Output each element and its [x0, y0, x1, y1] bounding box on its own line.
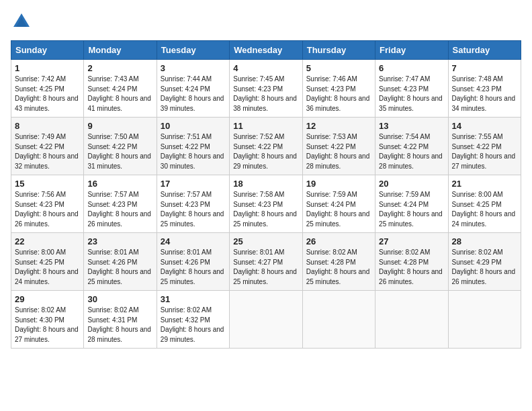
day-cell: 23Sunrise: 8:01 AMSunset: 4:26 PMDayligh… — [84, 233, 157, 291]
weekday-header-friday: Friday — [375, 41, 448, 60]
day-number: 9 — [87, 121, 152, 131]
weekday-header-sunday: Sunday — [11, 41, 84, 60]
weekday-header-saturday: Saturday — [448, 41, 521, 60]
day-number: 25 — [233, 236, 298, 246]
day-cell: 16Sunrise: 7:57 AMSunset: 4:23 PMDayligh… — [84, 175, 157, 233]
day-info: Sunrise: 8:01 AMSunset: 4:26 PMDaylight:… — [161, 248, 226, 287]
header — [11, 11, 521, 32]
day-cell: 22Sunrise: 8:00 AMSunset: 4:25 PMDayligh… — [11, 233, 84, 291]
day-number: 8 — [15, 121, 80, 131]
day-number: 15 — [15, 179, 80, 189]
day-cell: 15Sunrise: 7:56 AMSunset: 4:23 PMDayligh… — [11, 175, 84, 233]
day-info: Sunrise: 8:02 AMSunset: 4:32 PMDaylight:… — [161, 306, 226, 345]
day-cell: 4Sunrise: 7:45 AMSunset: 4:23 PMDaylight… — [230, 60, 302, 118]
day-number: 3 — [161, 63, 226, 73]
day-number: 28 — [452, 236, 517, 246]
day-number: 20 — [379, 179, 444, 189]
day-cell: 18Sunrise: 7:58 AMSunset: 4:23 PMDayligh… — [230, 175, 302, 233]
calendar: SundayMondayTuesdayWednesdayThursdayFrid… — [11, 40, 521, 349]
day-cell: 14Sunrise: 7:55 AMSunset: 4:22 PMDayligh… — [448, 118, 521, 175]
day-info: Sunrise: 7:44 AMSunset: 4:24 PMDaylight:… — [161, 75, 226, 113]
day-number: 4 — [233, 63, 298, 73]
day-cell — [375, 291, 448, 349]
day-info: Sunrise: 7:57 AMSunset: 4:23 PMDaylight:… — [87, 190, 152, 229]
day-info: Sunrise: 8:02 AMSunset: 4:31 PMDaylight:… — [87, 306, 152, 345]
day-info: Sunrise: 7:52 AMSunset: 4:22 PMDaylight:… — [233, 132, 298, 171]
day-number: 13 — [379, 121, 444, 131]
day-cell — [230, 291, 302, 349]
day-cell: 12Sunrise: 7:53 AMSunset: 4:22 PMDayligh… — [302, 118, 375, 175]
logo-icon — [11, 11, 32, 32]
day-cell: 28Sunrise: 8:02 AMSunset: 4:29 PMDayligh… — [448, 233, 521, 291]
day-number: 27 — [379, 236, 444, 246]
day-number: 19 — [306, 179, 371, 189]
week-row-2: 8Sunrise: 7:49 AMSunset: 4:22 PMDaylight… — [11, 118, 521, 175]
day-number: 16 — [87, 179, 152, 189]
day-info: Sunrise: 7:48 AMSunset: 4:23 PMDaylight:… — [452, 75, 517, 113]
day-info: Sunrise: 7:59 AMSunset: 4:24 PMDaylight:… — [306, 190, 371, 229]
day-cell: 9Sunrise: 7:50 AMSunset: 4:22 PMDaylight… — [84, 118, 157, 175]
day-cell: 8Sunrise: 7:49 AMSunset: 4:22 PMDaylight… — [11, 118, 84, 175]
day-cell: 31Sunrise: 8:02 AMSunset: 4:32 PMDayligh… — [157, 291, 229, 349]
day-number: 21 — [452, 179, 517, 189]
day-info: Sunrise: 7:58 AMSunset: 4:23 PMDaylight:… — [233, 190, 298, 229]
day-cell: 1Sunrise: 7:42 AMSunset: 4:25 PMDaylight… — [11, 60, 84, 118]
day-number: 23 — [87, 236, 152, 246]
day-number: 24 — [161, 236, 226, 246]
day-cell: 27Sunrise: 8:02 AMSunset: 4:28 PMDayligh… — [375, 233, 448, 291]
day-number: 2 — [87, 63, 152, 73]
day-info: Sunrise: 8:02 AMSunset: 4:28 PMDaylight:… — [306, 248, 371, 287]
day-info: Sunrise: 7:50 AMSunset: 4:22 PMDaylight:… — [87, 132, 152, 171]
day-number: 29 — [15, 294, 80, 304]
day-number: 1 — [15, 63, 80, 73]
day-info: Sunrise: 8:01 AMSunset: 4:26 PMDaylight:… — [87, 248, 152, 287]
day-number: 5 — [306, 63, 371, 73]
day-info: Sunrise: 7:42 AMSunset: 4:25 PMDaylight:… — [15, 75, 80, 113]
day-number: 30 — [87, 294, 152, 304]
week-row-1: 1Sunrise: 7:42 AMSunset: 4:25 PMDaylight… — [11, 60, 521, 118]
day-cell: 10Sunrise: 7:51 AMSunset: 4:22 PMDayligh… — [157, 118, 229, 175]
day-info: Sunrise: 7:43 AMSunset: 4:24 PMDaylight:… — [87, 75, 152, 113]
day-cell: 5Sunrise: 7:46 AMSunset: 4:23 PMDaylight… — [302, 60, 375, 118]
day-info: Sunrise: 8:00 AMSunset: 4:25 PMDaylight:… — [452, 190, 517, 229]
day-cell — [448, 291, 521, 349]
day-info: Sunrise: 7:57 AMSunset: 4:23 PMDaylight:… — [161, 190, 226, 229]
day-cell: 24Sunrise: 8:01 AMSunset: 4:26 PMDayligh… — [157, 233, 229, 291]
weekday-header-wednesday: Wednesday — [230, 41, 302, 60]
day-cell: 21Sunrise: 8:00 AMSunset: 4:25 PMDayligh… — [448, 175, 521, 233]
day-info: Sunrise: 8:02 AMSunset: 4:29 PMDaylight:… — [452, 248, 517, 287]
day-cell: 20Sunrise: 7:59 AMSunset: 4:24 PMDayligh… — [375, 175, 448, 233]
week-row-3: 15Sunrise: 7:56 AMSunset: 4:23 PMDayligh… — [11, 175, 521, 233]
day-info: Sunrise: 7:45 AMSunset: 4:23 PMDaylight:… — [233, 75, 298, 113]
day-info: Sunrise: 7:54 AMSunset: 4:22 PMDaylight:… — [379, 132, 444, 171]
day-info: Sunrise: 7:59 AMSunset: 4:24 PMDaylight:… — [379, 190, 444, 229]
day-info: Sunrise: 7:53 AMSunset: 4:22 PMDaylight:… — [306, 132, 371, 171]
day-cell: 11Sunrise: 7:52 AMSunset: 4:22 PMDayligh… — [230, 118, 302, 175]
day-cell — [302, 291, 375, 349]
day-cell: 6Sunrise: 7:47 AMSunset: 4:23 PMDaylight… — [375, 60, 448, 118]
day-cell: 13Sunrise: 7:54 AMSunset: 4:22 PMDayligh… — [375, 118, 448, 175]
day-number: 6 — [379, 63, 444, 73]
day-info: Sunrise: 7:46 AMSunset: 4:23 PMDaylight:… — [306, 75, 371, 113]
day-number: 11 — [233, 121, 298, 131]
day-cell: 2Sunrise: 7:43 AMSunset: 4:24 PMDaylight… — [84, 60, 157, 118]
day-cell: 19Sunrise: 7:59 AMSunset: 4:24 PMDayligh… — [302, 175, 375, 233]
day-number: 17 — [161, 179, 226, 189]
weekday-header-monday: Monday — [84, 41, 157, 60]
day-cell: 29Sunrise: 8:02 AMSunset: 4:30 PMDayligh… — [11, 291, 84, 349]
day-number: 26 — [306, 236, 371, 246]
logo — [11, 11, 35, 32]
day-number: 14 — [452, 121, 517, 131]
day-number: 10 — [161, 121, 226, 131]
day-number: 22 — [15, 236, 80, 246]
day-number: 18 — [233, 179, 298, 189]
weekday-header-row: SundayMondayTuesdayWednesdayThursdayFrid… — [11, 41, 521, 60]
day-cell: 30Sunrise: 8:02 AMSunset: 4:31 PMDayligh… — [84, 291, 157, 349]
week-row-4: 22Sunrise: 8:00 AMSunset: 4:25 PMDayligh… — [11, 233, 521, 291]
day-info: Sunrise: 8:01 AMSunset: 4:27 PMDaylight:… — [233, 248, 298, 287]
week-row-5: 29Sunrise: 8:02 AMSunset: 4:30 PMDayligh… — [11, 291, 521, 349]
day-number: 7 — [452, 63, 517, 73]
day-cell: 26Sunrise: 8:02 AMSunset: 4:28 PMDayligh… — [302, 233, 375, 291]
day-info: Sunrise: 8:02 AMSunset: 4:28 PMDaylight:… — [379, 248, 444, 287]
weekday-header-tuesday: Tuesday — [157, 41, 229, 60]
